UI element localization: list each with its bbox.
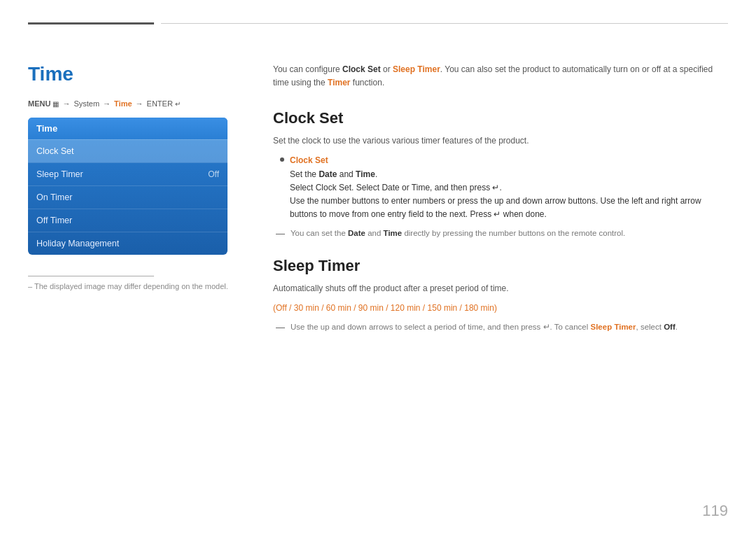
sleep-timer-note-item: — Use the up and down arrows to select a… (276, 321, 728, 335)
clock-set-bullet-text: Clock Set Set the Date and Time. Select … (290, 154, 728, 221)
left-note: – The displayed image may differ dependi… (28, 276, 245, 290)
sleep-timer-note-text: Use the up and down arrows to select a p… (290, 321, 678, 333)
sleep-note-part2: , select (636, 323, 664, 331)
clock-set-sub1a: Set the (290, 169, 318, 179)
clock-set-note-item: — You can set the Date and Time directly… (276, 227, 728, 241)
top-dividers (0, 0, 756, 24)
page-container: Time MENU ▦ → System → Time → ENTER ↵ Ti… (0, 0, 756, 534)
sidebar-item-sleep-timer[interactable]: Sleep Timer Off (28, 162, 227, 185)
intro-sleep-timer: Sleep Timer (393, 64, 440, 74)
enter-label: ENTER (147, 99, 173, 108)
menu-path: MENU ▦ → System → Time → ENTER ↵ (28, 99, 245, 108)
sleep-note-part3: . (676, 323, 678, 331)
divider-light (161, 23, 728, 24)
left-note-text: – The displayed image may differ dependi… (28, 282, 245, 290)
system-label: System (74, 99, 99, 108)
sidebar-item-on-timer-label: On Timer (36, 192, 72, 202)
right-panel: You can configure Clock Set or Sleep Tim… (273, 63, 728, 335)
bullet-dot (280, 157, 284, 162)
left-note-divider (28, 276, 154, 276)
intro-part4: function. (351, 78, 385, 87)
arrow2: → (103, 99, 111, 108)
sleep-note-dash: — (276, 321, 285, 335)
sidebar-item-off-timer-label: Off Timer (36, 216, 72, 225)
sleep-timer-description: Automatically shuts off the product afte… (273, 282, 728, 295)
sidebar-item-clock-set[interactable]: Clock Set (28, 139, 227, 162)
sleep-note-sleep-timer: Sleep Timer (591, 323, 636, 331)
sidebar-item-on-timer[interactable]: On Timer (28, 185, 227, 209)
clock-set-title: Clock Set (273, 109, 728, 127)
enter-icon: ↵ (175, 100, 181, 108)
clock-set-sub2: Select Clock Set. Select Date or Time, a… (290, 183, 502, 192)
sidebar-item-sleep-timer-value: Off (208, 169, 219, 179)
divider-dark (28, 22, 154, 24)
clock-set-description: Set the clock to use the various various… (273, 134, 728, 147)
menu-label: MENU (28, 99, 50, 108)
clock-set-and: and (337, 169, 356, 179)
sleep-timer-options: (Off / 30 min / 60 min / 90 min / 120 mi… (273, 302, 728, 315)
sleep-timer-title: Sleep Timer (273, 257, 728, 275)
intro-part2: or (381, 64, 393, 74)
clock-set-time: Time (356, 169, 375, 179)
sidebar-item-clock-set-label: Clock Set (36, 146, 74, 156)
arrow1: → (62, 99, 70, 108)
sidebar-menu: Time Clock Set Sleep Timer Off On Timer … (28, 118, 227, 255)
sleep-note-part1: Use the up and down arrows to select a p… (290, 323, 591, 331)
clock-set-note-text: You can set the Date and Time directly b… (290, 227, 625, 239)
clock-set-sub1-end: . (375, 169, 377, 179)
intro-clock-set: Clock Set (342, 64, 381, 74)
note-dash: — (276, 227, 285, 241)
clock-set-bullet: Clock Set Set the Date and Time. Select … (280, 154, 728, 221)
clock-set-date: Date (318, 169, 337, 179)
clock-set-bullet-label: Clock Set (290, 155, 328, 165)
sleep-note-off: Off (664, 323, 676, 331)
arrow3: → (136, 99, 144, 108)
left-note-content: The displayed image may differ depending… (34, 282, 228, 290)
intro-text: You can configure Clock Set or Sleep Tim… (273, 63, 728, 90)
sidebar-item-sleep-timer-label: Sleep Timer (36, 169, 83, 179)
intro-part1: You can configure (273, 64, 342, 74)
left-panel: Time MENU ▦ → System → Time → ENTER ↵ Ti… (28, 63, 245, 290)
page-number: 119 (702, 502, 728, 520)
left-note-dash: – (28, 282, 34, 290)
sidebar-item-off-timer[interactable]: Off Timer (28, 209, 227, 232)
sidebar-item-holiday-mgmt-label: Holiday Management (36, 239, 119, 248)
intro-timer: Timer (328, 78, 350, 87)
menu-icon: ▦ (52, 100, 59, 108)
clock-set-sub3: Use the number buttons to enter numbers … (290, 196, 701, 219)
sidebar-header: Time (28, 118, 227, 139)
page-title: Time (28, 63, 245, 85)
time-label: Time (114, 99, 132, 108)
sidebar-item-holiday-mgmt[interactable]: Holiday Management (28, 232, 227, 255)
